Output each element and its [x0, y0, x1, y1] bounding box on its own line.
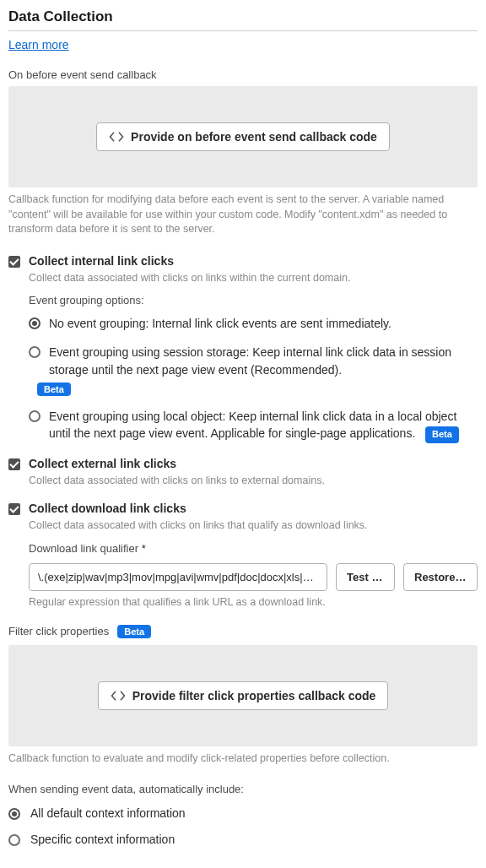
- beta-badge: Beta: [37, 382, 71, 396]
- restore-default-button[interactable]: Restore default: [403, 563, 478, 591]
- code-icon: [109, 131, 124, 143]
- context-all-label: All default context information: [30, 806, 186, 820]
- qualifier-help: Regular expression that qualifies a link…: [29, 596, 478, 608]
- collect-internal-title: Collect internal link clicks: [29, 254, 174, 268]
- grouping-local-radio[interactable]: [29, 410, 40, 422]
- collect-download-title: Collect download link clicks: [29, 502, 186, 515]
- download-qualifier-input[interactable]: [29, 563, 327, 591]
- grouping-none-radio[interactable]: [29, 317, 40, 329]
- context-label: When sending event data, automatically i…: [8, 783, 478, 795]
- provide-before-send-code-button[interactable]: Provide on before event send callback co…: [96, 122, 390, 151]
- collect-internal-desc: Collect data associated with clicks on l…: [29, 271, 478, 286]
- collect-external-desc: Collect data associated with clicks on l…: [29, 474, 478, 489]
- qualifier-label: Download link qualifier *: [29, 542, 478, 555]
- section-title: Data Collection: [8, 8, 478, 31]
- collect-internal-checkbox[interactable]: [8, 256, 20, 268]
- before-send-label: On before event send callback: [8, 68, 478, 81]
- grouping-session-radio[interactable]: [29, 346, 40, 358]
- learn-more-link[interactable]: Learn more: [8, 38, 69, 52]
- code-icon: [111, 690, 126, 702]
- filter-click-button-label: Provide filter click properties callback…: [132, 689, 376, 703]
- collect-external-checkbox[interactable]: [8, 458, 20, 470]
- filter-click-help: Callback function to evaluate and modify…: [8, 751, 478, 767]
- before-send-button-label: Provide on before event send callback co…: [131, 130, 377, 144]
- context-specific-radio[interactable]: [8, 834, 20, 846]
- provide-filter-click-code-button[interactable]: Provide filter click properties callback…: [98, 681, 389, 710]
- grouping-local-label: Event grouping using local object: Keep …: [49, 408, 478, 443]
- beta-badge: Beta: [425, 426, 459, 443]
- grouping-none-label: No event grouping: Internal link click e…: [49, 315, 392, 332]
- context-all-radio[interactable]: [8, 808, 20, 820]
- before-send-help: Callback function for modifying data bef…: [8, 193, 478, 237]
- filter-click-label: Filter click properties: [8, 625, 109, 637]
- beta-badge: Beta: [117, 625, 151, 638]
- collect-external-title: Collect external link clicks: [29, 457, 176, 470]
- context-specific-label: Specific context information: [30, 833, 175, 846]
- test-regex-button[interactable]: Test regex: [336, 563, 395, 591]
- grouping-label: Event grouping options:: [29, 294, 478, 307]
- filter-click-code-panel: Provide filter click properties callback…: [8, 645, 478, 746]
- grouping-session-label: Event grouping using session storage: Ke…: [49, 344, 478, 378]
- collect-download-checkbox[interactable]: [8, 503, 20, 515]
- before-send-code-panel: Provide on before event send callback co…: [8, 86, 478, 187]
- collect-download-desc: Collect data assocated with clicks on li…: [29, 518, 478, 534]
